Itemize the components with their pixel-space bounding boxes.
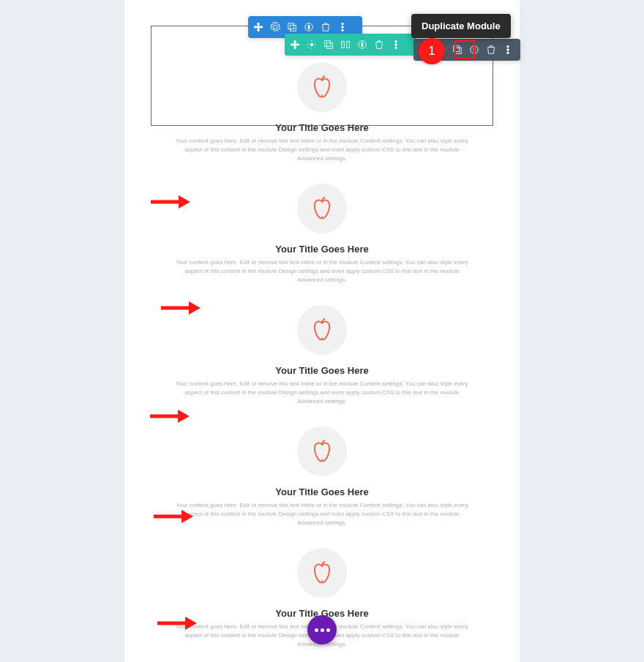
svg-rect-3 xyxy=(308,25,310,29)
svg-rect-21 xyxy=(473,48,475,51)
svg-marker-32 xyxy=(181,510,193,523)
duplicate-icon[interactable] xyxy=(321,37,336,52)
columns-icon[interactable] xyxy=(338,37,353,52)
svg-point-16 xyxy=(395,47,397,49)
svg-rect-11 xyxy=(347,42,350,48)
module-title[interactable]: Your Title Goes Here xyxy=(176,486,468,497)
arrow-annotation xyxy=(151,195,190,208)
module-area: Your Title Goes Here Your content goes h… xyxy=(124,26,520,662)
svg-point-6 xyxy=(342,29,344,31)
module-body[interactable]: Your content goes here. Edit or remove t… xyxy=(176,501,468,527)
blurb-module[interactable]: Your Title Goes Here Your content goes h… xyxy=(124,169,520,290)
svg-marker-28 xyxy=(189,301,201,315)
arrow-annotation xyxy=(154,510,193,523)
svg-rect-10 xyxy=(342,42,345,48)
callout-badge: 1 xyxy=(419,38,445,64)
svg-point-23 xyxy=(507,49,509,51)
gear-icon[interactable] xyxy=(268,20,282,34)
arrow-annotation xyxy=(150,410,190,423)
duplicate-icon[interactable] xyxy=(450,42,465,57)
save-icon[interactable] xyxy=(467,42,482,57)
gear-icon[interactable] xyxy=(304,37,319,52)
more-icon[interactable] xyxy=(389,37,403,52)
apple-icon xyxy=(297,305,347,355)
page-canvas: Duplicate Module 1 Your Title Goes Here … xyxy=(124,0,520,662)
svg-rect-1 xyxy=(290,25,296,31)
save-icon[interactable] xyxy=(355,37,370,52)
module-title[interactable]: Your Title Goes Here xyxy=(176,244,468,255)
module-body[interactable]: Your content goes here. Edit or remove t… xyxy=(176,137,468,163)
trash-icon[interactable] xyxy=(484,42,498,57)
module-body[interactable]: Your content goes here. Edit or remove t… xyxy=(176,380,468,406)
more-fab[interactable] xyxy=(307,615,337,644)
module-title[interactable]: Your Title Goes Here xyxy=(176,365,468,376)
svg-rect-0 xyxy=(288,23,294,29)
svg-rect-13 xyxy=(362,42,363,46)
trash-icon[interactable] xyxy=(372,37,386,52)
save-icon[interactable] xyxy=(302,20,316,34)
module-title[interactable]: Your Title Goes Here xyxy=(176,122,468,133)
trash-icon[interactable] xyxy=(318,20,333,34)
svg-point-14 xyxy=(395,40,397,42)
svg-point-7 xyxy=(310,43,313,46)
apple-icon xyxy=(297,548,347,598)
svg-point-4 xyxy=(342,23,344,25)
svg-marker-26 xyxy=(179,195,190,208)
tooltip: Duplicate Module xyxy=(411,14,511,38)
move-icon[interactable] xyxy=(251,20,266,34)
svg-rect-8 xyxy=(325,41,331,47)
svg-marker-30 xyxy=(178,410,190,423)
duplicate-icon[interactable] xyxy=(285,20,299,34)
apple-icon xyxy=(297,184,347,233)
more-icon[interactable] xyxy=(501,42,515,57)
blurb-module[interactable]: Your Title Goes Here Your content goes h… xyxy=(124,655,520,662)
svg-point-15 xyxy=(395,44,397,46)
svg-marker-34 xyxy=(185,617,197,630)
row-toolbar xyxy=(285,34,416,56)
svg-rect-18 xyxy=(454,46,460,52)
more-icon[interactable] xyxy=(335,20,350,34)
arrow-annotation xyxy=(157,617,197,630)
arrow-annotation xyxy=(161,301,201,315)
svg-point-22 xyxy=(507,45,509,48)
move-icon[interactable] xyxy=(288,37,302,52)
svg-rect-19 xyxy=(455,48,461,53)
module-body[interactable]: Your content goes here. Edit or remove t… xyxy=(176,258,468,285)
svg-rect-9 xyxy=(326,42,332,48)
svg-point-5 xyxy=(342,26,344,29)
apple-icon xyxy=(297,62,347,112)
apple-icon xyxy=(297,426,347,476)
svg-point-24 xyxy=(507,52,509,54)
